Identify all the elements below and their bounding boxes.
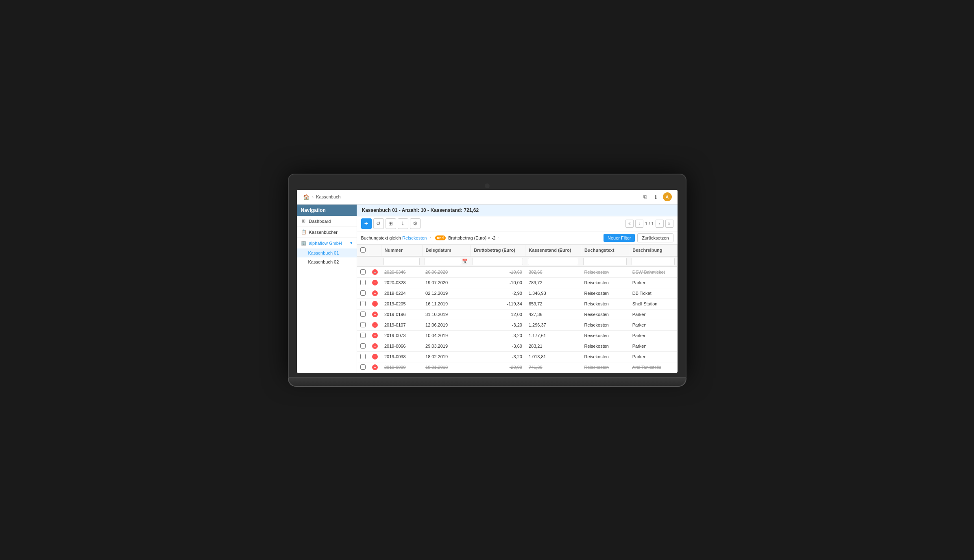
table-container: Nummer Belegdatum Bruttobetrag (Euro) Ka… bbox=[357, 245, 678, 373]
avatar[interactable]: A bbox=[663, 192, 672, 201]
row-nummer: 2020-0328 bbox=[381, 277, 422, 288]
delete-icon[interactable]: − bbox=[372, 343, 378, 349]
row-checkbox[interactable] bbox=[360, 312, 366, 317]
sidebar-item-dashboard-label: Dashboard bbox=[309, 219, 331, 224]
add-button[interactable]: + bbox=[361, 218, 372, 229]
row-belegdatum: 19.07.2020 bbox=[422, 277, 470, 288]
table-row: − 2020-0346 26.06.2020 -10,60 302,60 Rei… bbox=[357, 267, 678, 278]
pagination-last-button[interactable]: » bbox=[665, 220, 673, 228]
row-belegdatum: 26.06.2020 bbox=[422, 267, 470, 278]
row-checkbox[interactable] bbox=[360, 280, 366, 285]
delete-icon[interactable]: − bbox=[372, 364, 378, 370]
filter-nummer-input[interactable] bbox=[383, 258, 420, 265]
row-actions-cell: − bbox=[369, 267, 381, 278]
row-belegdatum: 31.10.2019 bbox=[422, 309, 470, 320]
settings-button[interactable]: ⚙ bbox=[410, 218, 421, 229]
home-icon[interactable]: 🏠 bbox=[303, 193, 310, 200]
row-bruttobetrag: -3,60 bbox=[470, 341, 525, 351]
row-bruttobetrag: -12,00 bbox=[470, 309, 525, 320]
filter-buchungstext-input[interactable] bbox=[583, 258, 626, 265]
pagination-prev-button[interactable]: ‹ bbox=[635, 220, 643, 228]
delete-icon[interactable]: − bbox=[372, 290, 378, 296]
info-icon[interactable]: ℹ bbox=[652, 193, 660, 200]
row-checkbox[interactable] bbox=[360, 343, 366, 349]
delete-icon[interactable]: − bbox=[372, 322, 378, 328]
filter-kassenstand-input[interactable] bbox=[528, 258, 579, 265]
table-row: − 2019-0073 10.04.2019 -3,20 1.177,61 Re… bbox=[357, 330, 678, 341]
col-belegdatum: Belegdatum bbox=[422, 245, 470, 256]
row-checkbox-cell bbox=[357, 320, 369, 330]
row-checkbox-cell bbox=[357, 362, 369, 373]
sidebar-sub-item-kassenbuch01[interactable]: Kassenbuch 01 bbox=[297, 248, 357, 257]
row-bruttobetrag: -10,00 bbox=[470, 277, 525, 288]
filter-beschreibung-input[interactable] bbox=[632, 258, 675, 265]
row-buchungstext: Reisekosten bbox=[581, 288, 629, 299]
reset-button[interactable]: Zurücksetzen bbox=[637, 233, 673, 242]
row-beschreibung: Parken bbox=[629, 330, 677, 341]
row-beschreibung: DB Ticket bbox=[629, 288, 677, 299]
pagination-next-button[interactable]: › bbox=[656, 220, 664, 228]
new-filter-button[interactable]: Neuer Filter bbox=[604, 234, 635, 242]
pagination-info: 1 / 1 bbox=[645, 221, 654, 226]
row-buchungstext: Reisekosten bbox=[581, 351, 629, 362]
breadcrumb-item: Kassenbuch bbox=[316, 194, 341, 199]
export2-button[interactable]: ⤓ bbox=[398, 218, 408, 229]
row-nummer: 2019-0205 bbox=[381, 299, 422, 309]
row-kassenstand: 1.296,37 bbox=[525, 320, 581, 330]
sidebar-group-left: 🏢 alphaflow GmbH bbox=[301, 240, 342, 246]
copy-icon[interactable]: ⧉ bbox=[642, 193, 649, 200]
row-bruttobetrag: -10,60 bbox=[470, 267, 525, 278]
row-checkbox-cell bbox=[357, 267, 369, 278]
filter-belegdatum-input[interactable] bbox=[425, 258, 461, 265]
row-checkbox[interactable] bbox=[360, 290, 366, 296]
row-beschreibung: Parken bbox=[629, 351, 677, 362]
sidebar-item-kassenbuecher[interactable]: 📋 Kassenbücher bbox=[297, 227, 357, 238]
delete-icon[interactable]: − bbox=[372, 280, 378, 285]
refresh-button[interactable]: ↺ bbox=[373, 218, 384, 229]
filter1-options-icon[interactable]: ⋮ bbox=[428, 235, 433, 240]
breadcrumb-separator: › bbox=[312, 194, 314, 199]
row-bruttobetrag: -2,90 bbox=[470, 288, 525, 299]
delete-icon[interactable]: − bbox=[372, 333, 378, 338]
row-bruttobetrag: -3,20 bbox=[470, 320, 525, 330]
delete-icon[interactable]: − bbox=[372, 269, 378, 275]
select-all-checkbox[interactable] bbox=[360, 247, 366, 253]
filter2-options-icon[interactable]: ⋮ bbox=[497, 235, 501, 240]
row-checkbox[interactable] bbox=[360, 354, 366, 359]
delete-icon[interactable]: − bbox=[372, 301, 378, 307]
delete-icon[interactable]: − bbox=[372, 354, 378, 360]
row-checkbox[interactable] bbox=[360, 364, 366, 370]
sidebar-group-alphaflow: 🏢 alphaflow GmbH ▾ Kassenbuch 01 Kassenb… bbox=[297, 238, 357, 266]
calendar-icon[interactable]: 📅 bbox=[462, 259, 468, 264]
filter-bruttobetrag-input[interactable] bbox=[473, 258, 523, 265]
kassenbuecher-icon: 📋 bbox=[301, 229, 307, 235]
sidebar-group-alphaflow-header[interactable]: 🏢 alphaflow GmbH ▾ bbox=[297, 238, 357, 248]
row-nummer: 2019-0224 bbox=[381, 288, 422, 299]
row-nummer: 2020-0346 bbox=[381, 267, 422, 278]
badge-und: und bbox=[435, 235, 446, 240]
row-nummer: 2019-0107 bbox=[381, 320, 422, 330]
content-area: Kassenbuch 01 - Anzahl: 10 - Kassenstand… bbox=[357, 205, 678, 373]
sidebar-sub-item-kassenbuch02[interactable]: Kassenbuch 02 bbox=[297, 257, 357, 266]
row-kassenstand: 1.346,93 bbox=[525, 288, 581, 299]
col-kassenstand: Kassenstand (Euro) bbox=[525, 245, 581, 256]
row-kassenstand: 741,30 bbox=[525, 362, 581, 373]
filter-chip-2: Bruttobetrag (Euro) < -2 ⋮ bbox=[448, 235, 501, 240]
row-actions-cell: − bbox=[369, 341, 381, 351]
row-nummer: 2019-0073 bbox=[381, 330, 422, 341]
table-row: − 2019-0066 29.03.2019 -3,60 283,21 Reis… bbox=[357, 341, 678, 351]
row-icons: − bbox=[372, 364, 378, 370]
row-checkbox[interactable] bbox=[360, 269, 366, 275]
sidebar: Navigation ⊞ Dashboard 📋 Kassenbücher bbox=[297, 205, 357, 373]
export1-button[interactable]: ⊞ bbox=[386, 218, 396, 229]
row-buchungstext: Reisekosten bbox=[581, 309, 629, 320]
row-checkbox[interactable] bbox=[360, 322, 366, 327]
row-checkbox[interactable] bbox=[360, 333, 366, 338]
sidebar-item-dashboard[interactable]: ⊞ Dashboard bbox=[297, 216, 357, 227]
pagination-first-button[interactable]: « bbox=[625, 220, 634, 228]
row-checkbox[interactable] bbox=[360, 301, 366, 306]
row-checkbox-cell bbox=[357, 341, 369, 351]
row-beschreibung: Parken bbox=[629, 341, 677, 351]
delete-icon[interactable]: − bbox=[372, 312, 378, 317]
table-row: − 2019-0038 18.02.2019 -3,20 1.013,81 Re… bbox=[357, 351, 678, 362]
